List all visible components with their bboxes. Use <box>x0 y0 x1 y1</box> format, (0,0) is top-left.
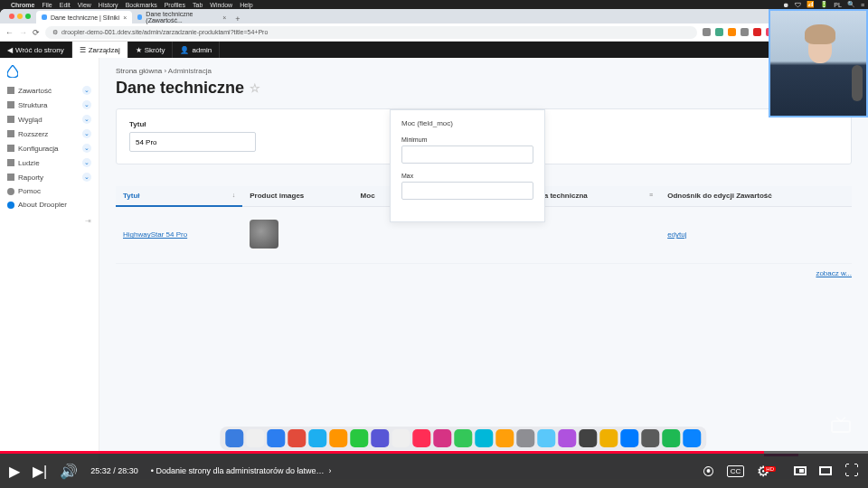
ext-icon[interactable] <box>703 28 711 36</box>
reload-button[interactable]: ⟳ <box>33 28 40 37</box>
menu-tab[interactable]: Tab <box>193 2 203 8</box>
chevron-down-icon[interactable]: ⌄ <box>82 173 91 182</box>
sidebar-item-help[interactable]: Pomoc <box>0 184 99 198</box>
dock-app-icon[interactable] <box>329 429 347 447</box>
dock-app-icon[interactable] <box>537 429 555 447</box>
site-info-icon[interactable]: ⚙ <box>52 29 58 36</box>
dock-app-icon[interactable] <box>599 429 618 447</box>
dock-app-icon[interactable] <box>662 429 680 447</box>
dock-app-icon[interactable] <box>558 429 576 447</box>
new-tab-button[interactable]: + <box>231 14 243 23</box>
maximize-window-button[interactable] <box>25 14 31 19</box>
close-tab-icon[interactable]: × <box>123 14 127 21</box>
fullscreen-button[interactable]: ⛶ <box>844 463 859 479</box>
manage-button[interactable]: ☰ Zarządzaj <box>72 42 128 58</box>
miniplayer-button[interactable] <box>794 463 807 479</box>
status-icon[interactable]: ⏺ <box>783 2 789 8</box>
title-filter-input[interactable] <box>129 132 256 152</box>
col-edit-link[interactable]: Odnośnik do edycji Zawartość <box>660 186 852 206</box>
user-menu-button[interactable]: 👤 admin <box>173 42 220 58</box>
wifi-icon[interactable]: 📶 <box>807 1 815 8</box>
sidebar-item-appearance[interactable]: Wygląd ⌄ <box>0 112 99 127</box>
dock-app-icon[interactable] <box>267 429 285 447</box>
url-input[interactable]: ⚙ droopler-demo-001.ddev.site/admin/zarz… <box>45 26 697 39</box>
dock-app-icon[interactable] <box>350 429 368 447</box>
row-title-link[interactable]: HighwayStar 54 Pro <box>123 230 187 239</box>
menu-file[interactable]: File <box>42 2 52 8</box>
dock-app-icon[interactable] <box>412 429 430 447</box>
dock-app-icon[interactable] <box>683 429 701 447</box>
dock-app-icon[interactable] <box>371 429 389 447</box>
dock-app-icon[interactable] <box>433 429 451 447</box>
volume-button[interactable]: 🔊 <box>60 463 78 480</box>
menu-bookmarks[interactable]: Bookmarks <box>126 2 157 8</box>
collapse-sidebar-icon[interactable]: ⇥ <box>0 211 99 230</box>
sidebar-item-people[interactable]: Ludzie ⌄ <box>0 155 99 170</box>
dock-app-icon[interactable] <box>495 429 514 447</box>
browser-tab[interactable]: Dane techniczne (Zawartość... × <box>132 11 231 23</box>
chevron-down-icon[interactable]: ⌄ <box>82 86 91 95</box>
dock-app-icon[interactable] <box>308 429 326 447</box>
droopler-logo-icon[interactable] <box>0 61 99 83</box>
see-all-link[interactable]: zobacz w... <box>816 269 852 277</box>
autoplay-toggle[interactable]: ⦿ <box>703 465 714 478</box>
sidebar-item-structure[interactable]: Struktura ⌄ <box>0 98 99 112</box>
shortcuts-button[interactable]: ★ Skróty <box>128 42 174 58</box>
dock-app-icon[interactable] <box>246 429 264 447</box>
dock-app-icon[interactable] <box>454 429 472 447</box>
back-button[interactable]: ← <box>5 28 14 37</box>
status-icon[interactable]: 🛡 <box>795 2 801 8</box>
chevron-down-icon[interactable]: ⌄ <box>82 100 91 109</box>
dock-app-icon[interactable] <box>620 429 638 447</box>
dock-app-icon[interactable] <box>641 429 659 447</box>
sidebar-item-reports[interactable]: Raporty ⌄ <box>0 170 99 184</box>
chevron-down-icon[interactable]: ⌄ <box>82 115 91 124</box>
product-image-thumbnail[interactable] <box>250 220 278 249</box>
favorite-star-icon[interactable]: ☆ <box>250 81 260 95</box>
sidebar-item-config[interactable]: Konfiguracja ⌄ <box>0 141 99 155</box>
chevron-down-icon[interactable]: ⌄ <box>82 158 91 167</box>
min-input[interactable] <box>401 145 533 164</box>
chevron-down-icon[interactable]: ⌄ <box>82 129 91 138</box>
menu-view[interactable]: View <box>78 2 91 8</box>
sidebar-item-content[interactable]: Zawartość ⌄ <box>0 83 99 98</box>
row-edit-link[interactable]: edytuj <box>667 230 686 239</box>
col-images[interactable]: Product images <box>242 186 353 206</box>
breadcrumb-home[interactable]: Strona główna <box>116 67 162 75</box>
forward-button[interactable]: → <box>19 28 27 37</box>
dock-app-icon[interactable] <box>475 429 493 447</box>
battery-icon[interactable]: 🔋 <box>820 1 828 8</box>
menu-window[interactable]: Window <box>210 2 232 8</box>
ext-icon[interactable] <box>753 28 761 36</box>
back-to-site-button[interactable]: ◀ Wróć do strony <box>0 42 72 58</box>
input-lang[interactable]: PL <box>834 2 842 8</box>
menu-edit[interactable]: Edit <box>60 2 71 8</box>
dock-app-icon[interactable] <box>516 429 534 447</box>
close-window-button[interactable] <box>9 14 14 19</box>
chevron-down-icon[interactable]: ⌄ <box>82 144 91 153</box>
app-name[interactable]: Chrome <box>11 2 34 8</box>
sidebar-item-extend[interactable]: Rozszerz ⌄ <box>0 127 99 141</box>
dock-app-icon[interactable] <box>225 429 243 447</box>
menu-profiles[interactable]: Profiles <box>165 2 185 8</box>
control-center-icon[interactable]: ≡ <box>861 2 864 8</box>
play-button[interactable]: ▶ <box>9 463 20 480</box>
ext-icon[interactable] <box>741 28 749 36</box>
close-tab-icon[interactable]: × <box>222 14 226 21</box>
next-button[interactable]: ▶| <box>33 463 47 480</box>
video-chapter[interactable]: • Dodanie strony dla administratorów do … <box>151 466 332 475</box>
col-title[interactable]: Tytuł↓ <box>116 186 242 206</box>
dock-app-icon[interactable] <box>392 429 410 447</box>
sidebar-item-about[interactable]: About Droopler <box>0 198 99 211</box>
ext-icon[interactable] <box>715 28 723 36</box>
browser-tab[interactable]: Dane techniczne | Silniki × <box>36 11 132 23</box>
settings-button[interactable]: ⚙HD <box>757 463 781 480</box>
ext-icon[interactable] <box>728 28 736 36</box>
menu-history[interactable]: History <box>99 2 118 8</box>
dock-app-icon[interactable] <box>579 429 597 447</box>
max-input[interactable] <box>401 182 533 200</box>
menu-help[interactable]: Help <box>240 2 252 8</box>
theater-button[interactable] <box>819 463 832 479</box>
dock-app-icon[interactable] <box>288 429 306 447</box>
search-icon[interactable]: 🔍 <box>847 1 855 8</box>
